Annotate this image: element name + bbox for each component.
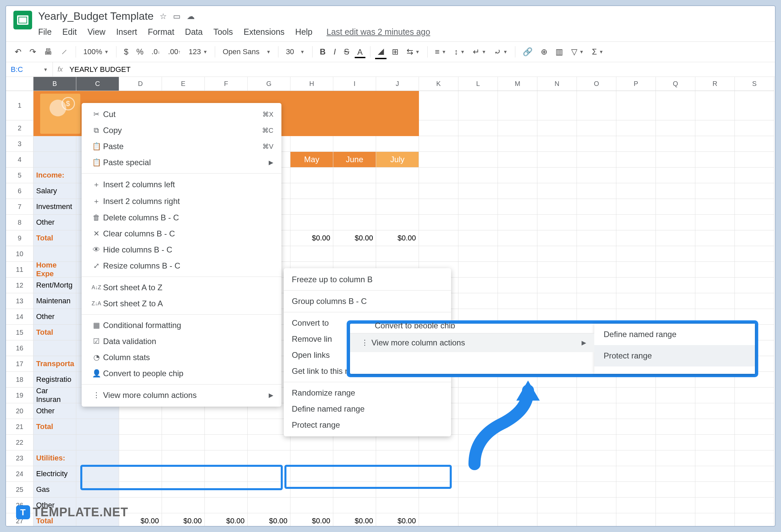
cell[interactable] (695, 152, 735, 168)
cell[interactable] (376, 199, 419, 215)
cell[interactable] (205, 482, 248, 497)
cell[interactable] (290, 435, 333, 450)
cell[interactable] (205, 466, 248, 482)
cell[interactable] (656, 293, 695, 309)
name-box[interactable]: B:C▼ (6, 62, 53, 77)
cell[interactable] (458, 293, 498, 309)
cell[interactable] (458, 513, 498, 527)
borders-icon[interactable]: ⊞ (389, 45, 401, 58)
col-header-L[interactable]: L (458, 77, 498, 91)
menu-tools[interactable]: Tools (213, 27, 233, 37)
dec-dec-icon[interactable]: .0↓ (149, 45, 163, 58)
cell[interactable] (735, 388, 774, 403)
cell[interactable] (656, 199, 695, 215)
row-header-23[interactable]: 23 (6, 450, 34, 466)
doc-title[interactable]: Yearly_Budget Template (38, 10, 154, 23)
cell[interactable] (735, 450, 774, 466)
cell[interactable] (290, 168, 333, 183)
cell[interactable] (616, 215, 656, 230)
cell[interactable] (616, 435, 656, 450)
ctx-insert-right[interactable]: ＋Insert 2 columns right (82, 193, 281, 210)
ctx-cut[interactable]: ✂Cut⌘X (82, 106, 281, 122)
col-header-M[interactable]: M (498, 77, 537, 91)
numfmt-select[interactable]: 123▼ (186, 45, 210, 58)
halign-icon[interactable]: ≡▼ (432, 45, 449, 58)
chart-icon[interactable]: ▥ (553, 45, 566, 58)
cell[interactable] (498, 183, 537, 199)
size-select[interactable]: 30▼ (283, 45, 307, 58)
cell[interactable] (34, 341, 76, 356)
cell[interactable] (577, 419, 616, 435)
cell[interactable]: Total (34, 325, 76, 341)
cell[interactable] (498, 168, 537, 183)
cell[interactable] (616, 482, 656, 497)
ctx-copy[interactable]: ⧉Copy⌘C (82, 122, 281, 138)
cell[interactable] (376, 168, 419, 183)
functions-icon[interactable]: Σ▼ (589, 45, 606, 58)
col-header-Q[interactable]: Q (656, 77, 695, 91)
cell[interactable] (695, 136, 735, 152)
cell[interactable] (290, 199, 333, 215)
row-header-9[interactable]: 9 (6, 230, 34, 246)
cell[interactable] (577, 388, 616, 403)
cell[interactable] (735, 136, 774, 152)
cell[interactable] (248, 482, 290, 497)
cell[interactable]: Other (34, 309, 76, 325)
cell[interactable] (162, 466, 205, 482)
cell[interactable]: $0.00 (376, 230, 419, 246)
cell[interactable] (616, 277, 656, 293)
cell[interactable] (537, 513, 577, 527)
cell[interactable]: Income: (34, 168, 76, 183)
ctx-group[interactable]: Group columns B - C (284, 293, 451, 309)
cell[interactable] (76, 435, 119, 450)
cell[interactable] (290, 136, 333, 152)
cell[interactable] (537, 277, 577, 293)
cell[interactable] (76, 466, 119, 482)
cell[interactable] (537, 246, 577, 262)
cell[interactable] (34, 435, 76, 450)
cell[interactable] (419, 183, 458, 199)
ctx-freeze[interactable]: Freeze up to column B (284, 271, 451, 287)
cell[interactable] (498, 277, 537, 293)
cell[interactable] (458, 497, 498, 513)
cell[interactable] (248, 466, 290, 482)
cell[interactable] (119, 466, 162, 482)
cell[interactable] (695, 466, 735, 482)
menu-extensions[interactable]: Extensions (244, 27, 284, 37)
cell[interactable] (695, 450, 735, 466)
ctx-protect-range[interactable]: Protect range (284, 417, 451, 433)
cell[interactable] (695, 246, 735, 262)
cell[interactable] (616, 183, 656, 199)
cell[interactable] (695, 435, 735, 450)
last-edit-link[interactable]: Last edit was 2 minutes ago (327, 27, 430, 37)
cell[interactable] (205, 419, 248, 435)
cell[interactable] (119, 482, 162, 497)
cell[interactable] (376, 215, 419, 230)
cell[interactable] (376, 482, 419, 497)
menu-format[interactable]: Format (148, 27, 174, 37)
col-header-G[interactable]: G (248, 77, 290, 91)
cell[interactable] (656, 246, 695, 262)
ctx-hide-cols[interactable]: 👁Hide columns B - C (82, 242, 281, 258)
cell[interactable] (695, 183, 735, 199)
cell[interactable] (458, 168, 498, 183)
cell[interactable]: $0.00 (290, 513, 333, 527)
row-header-17[interactable]: 17 (6, 356, 34, 372)
link-icon[interactable]: 🔗 (520, 45, 535, 58)
cell[interactable] (498, 497, 537, 513)
cell[interactable] (76, 482, 119, 497)
row-header-3[interactable]: 3 (6, 136, 34, 152)
cell[interactable] (735, 466, 774, 482)
cell[interactable] (735, 293, 774, 309)
cell[interactable] (577, 152, 616, 168)
cell[interactable] (577, 403, 616, 419)
row-header-18[interactable]: 18 (6, 372, 34, 388)
cell[interactable] (419, 466, 458, 482)
cell[interactable] (735, 482, 774, 497)
cell[interactable] (695, 277, 735, 293)
cell[interactable] (498, 215, 537, 230)
cell[interactable] (735, 199, 774, 215)
wrap-icon[interactable]: ↵▼ (470, 45, 489, 58)
cell[interactable] (537, 230, 577, 246)
valign-icon[interactable]: ↕▼ (452, 45, 468, 58)
